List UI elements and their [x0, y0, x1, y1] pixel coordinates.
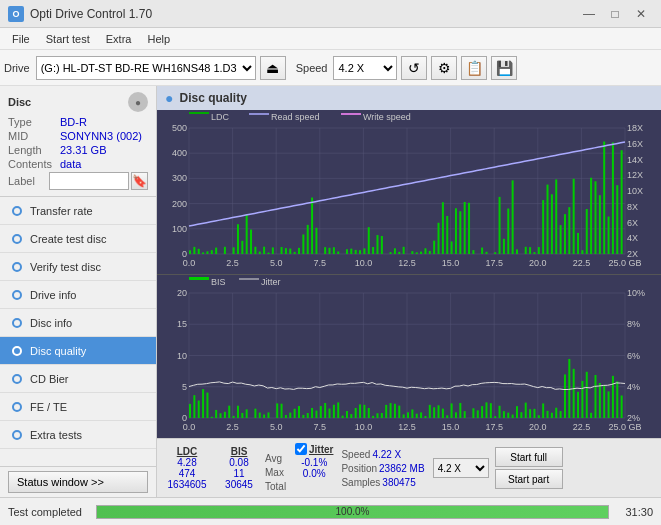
eject-button[interactable]: ⏏	[260, 56, 286, 80]
speed-label: Speed	[296, 62, 328, 74]
nav-fe-te[interactable]: FE / TE	[0, 393, 156, 421]
ldc-header: LDC	[161, 446, 213, 457]
nav-drive-info[interactable]: Drive info	[0, 281, 156, 309]
menu-extra[interactable]: Extra	[98, 31, 140, 47]
close-button[interactable]: ✕	[629, 4, 653, 24]
nav-cd-bier[interactable]: CD Bier	[0, 365, 156, 393]
label-input[interactable]	[49, 172, 129, 190]
bis-header: BIS	[215, 446, 263, 457]
status-panel: Status window >>	[0, 466, 156, 497]
status-window-button[interactable]: Status window >>	[8, 471, 148, 493]
length-value: 23.31 GB	[60, 144, 106, 156]
bis-avg: 0.08	[215, 457, 263, 468]
start-full-button[interactable]: Start full	[495, 447, 563, 467]
disc-icon: ●	[128, 92, 148, 112]
settings-button2[interactable]: 📋	[461, 56, 487, 80]
stats-bar: LDC 4.28 474 1634605 BIS 0.08 11 30645 A…	[157, 438, 661, 497]
ldc-total: 1634605	[161, 479, 213, 490]
mid-value: SONYNN3 (002)	[60, 130, 142, 142]
toolbar: Drive (G:) HL-DT-ST BD-RE WH16NS48 1.D3 …	[0, 50, 661, 86]
label-icon-button[interactable]: 🔖	[131, 172, 148, 190]
minimize-button[interactable]: —	[577, 4, 601, 24]
content-header: ● Disc quality	[157, 86, 661, 110]
jitter-checkbox[interactable]	[295, 443, 307, 455]
nav-create-test-disc[interactable]: Create test disc	[0, 225, 156, 253]
speed-select-stats[interactable]: 4.2 X	[433, 458, 489, 478]
position-value: 23862 MB	[379, 463, 425, 474]
ldc-max: 474	[161, 468, 213, 479]
type-value: BD-R	[60, 116, 87, 128]
row-avg-label: Avg	[265, 453, 289, 467]
ldc-avg: 4.28	[161, 457, 213, 468]
nav-extra-tests[interactable]: Extra tests	[0, 421, 156, 449]
bis-column: BIS 0.08 11 30645	[215, 446, 263, 490]
content-icon: ●	[165, 90, 173, 106]
length-label: Length	[8, 144, 60, 156]
nav-disc-quality[interactable]: Disc quality	[0, 337, 156, 365]
save-button[interactable]: 💾	[491, 56, 517, 80]
drive-label: Drive	[4, 62, 30, 74]
menu-file[interactable]: File	[4, 31, 38, 47]
jitter-check-row: Jitter	[295, 443, 333, 455]
drive-select[interactable]: (G:) HL-DT-ST BD-RE WH16NS48 1.D3	[36, 56, 256, 80]
progress-label: Test completed	[8, 506, 88, 518]
chart1-ldc	[157, 110, 661, 275]
bis-max: 11	[215, 468, 263, 479]
position-label: Position	[341, 463, 377, 474]
sidebar-nav: Transfer rate Create test disc Verify te…	[0, 197, 156, 466]
contents-value: data	[60, 158, 81, 170]
jitter-max: 0.0%	[295, 468, 333, 479]
main-area: Disc ● Type BD-R MID SONYNN3 (002) Lengt…	[0, 86, 661, 497]
speed-value: 4.22 X	[372, 449, 401, 460]
content-title: Disc quality	[179, 91, 246, 105]
progress-percent-text: 100.0%	[97, 506, 608, 518]
app-icon: O	[8, 6, 24, 22]
menu-start-test[interactable]: Start test	[38, 31, 98, 47]
mid-label: MID	[8, 130, 60, 142]
content-area: ● Disc quality LDC 4.28 474 1634605	[157, 86, 661, 497]
chart2-canvas	[157, 275, 661, 438]
maximize-button[interactable]: □	[603, 4, 627, 24]
refresh-button[interactable]: ↺	[401, 56, 427, 80]
chart1-canvas	[157, 110, 661, 274]
speed-select-section: 4.2 X	[433, 458, 489, 478]
window-controls: — □ ✕	[577, 4, 653, 24]
chart2-bis	[157, 275, 661, 438]
nav-transfer-rate[interactable]: Transfer rate	[0, 197, 156, 225]
sidebar: Disc ● Type BD-R MID SONYNN3 (002) Lengt…	[0, 86, 157, 497]
app-title: Opti Drive Control 1.70	[30, 7, 152, 21]
speed-label-stat: Speed	[341, 449, 370, 460]
nav-disc-info[interactable]: Disc info	[0, 309, 156, 337]
jitter-avg: -0.1%	[295, 457, 333, 468]
settings-button1[interactable]: ⚙	[431, 56, 457, 80]
jitter-section: Jitter -0.1% 0.0%	[295, 443, 333, 493]
progress-time: 31:30	[617, 506, 653, 518]
row-max-label: Max	[265, 467, 289, 481]
title-bar: O Opti Drive Control 1.70 — □ ✕	[0, 0, 661, 28]
contents-label: Contents	[8, 158, 60, 170]
samples-label: Samples	[341, 477, 380, 488]
label-label: Label	[8, 175, 47, 187]
jitter-total	[295, 479, 333, 493]
row-total-label: Total	[265, 481, 289, 495]
ldc-column: LDC 4.28 474 1634605	[161, 446, 213, 490]
menu-help[interactable]: Help	[139, 31, 178, 47]
speed-select[interactable]: 4.2 X	[333, 56, 397, 80]
disc-panel: Disc ● Type BD-R MID SONYNN3 (002) Lengt…	[0, 86, 156, 197]
row-labels: Avg Max Total	[265, 453, 289, 495]
progress-bar-area: Test completed 100.0% 31:30	[0, 497, 661, 525]
type-label: Type	[8, 116, 60, 128]
speed-section: Speed 4.22 X Position 23862 MB Samples 3…	[341, 447, 424, 489]
disc-panel-title: Disc	[8, 96, 31, 108]
start-buttons: Start full Start part	[495, 447, 563, 489]
jitter-label: Jitter	[309, 444, 333, 455]
charts-area	[157, 110, 661, 438]
start-part-button[interactable]: Start part	[495, 469, 563, 489]
menu-bar: File Start test Extra Help	[0, 28, 661, 50]
samples-value: 380475	[382, 477, 415, 488]
nav-verify-test-disc[interactable]: Verify test disc	[0, 253, 156, 281]
progress-track: 100.0%	[96, 505, 609, 519]
bis-total: 30645	[215, 479, 263, 490]
